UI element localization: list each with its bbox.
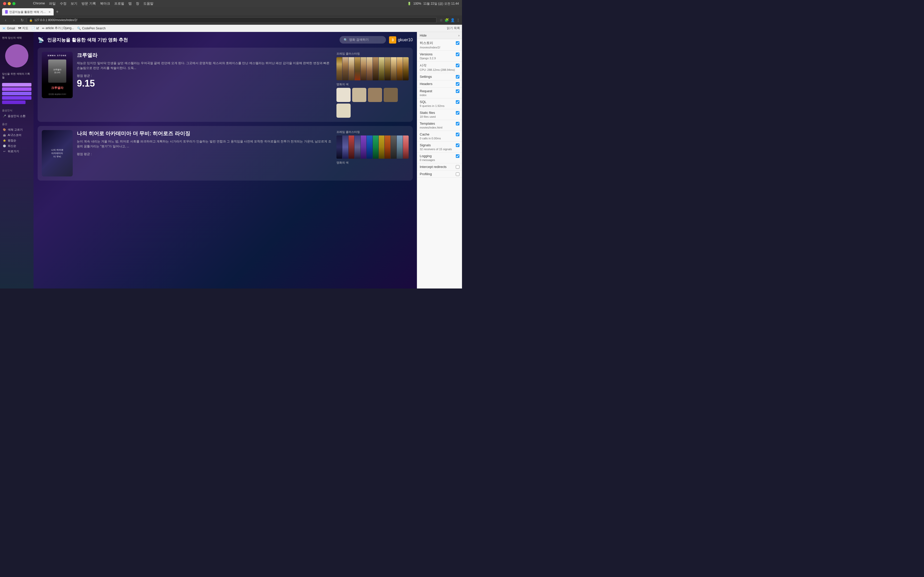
close-window-button[interactable] [3,2,6,5]
voice-section: 음성인식 🎤 음성인식 소환 [2,109,31,119]
browser-frame: Chrome 파일 수정 보기 방문 기록 북마크 프로필 탭 창 도움말 🔋 … [0,0,462,288]
toolbar-item-profiling[interactable]: Profiling [417,171,462,178]
extensions-icon[interactable]: 🧩 [444,18,449,22]
movie-info-mha: 나의 히어로 아카데미아 더 무비: 히어로즈 라이징 눈이 계속 내리는 겨울… [77,130,332,176]
toolbar-item-history[interactable]: 히스토리 /movies/index/2/ [417,39,462,51]
forward-button[interactable]: › [10,17,18,23]
active-tab[interactable]: 인공지능을 활용한 색채 기반 영화 추천 ✕ [2,8,53,15]
toolbar-static-checkbox[interactable] [456,111,459,114]
menu-file[interactable]: 파일 [49,1,56,6]
toolbar-item-time[interactable]: 시각 CPU: 288.12ms (288.94ms) [417,61,462,73]
menu-history[interactable]: 방문 기록 [81,1,96,6]
clock-icon: 🕒 [3,144,6,148]
color-pick-option[interactable]: 🎨 색채 고르기 [2,127,31,132]
menu-view[interactable]: 보기 [71,1,78,6]
maps-icon: 🗺 [18,27,21,30]
back-button[interactable]: ‹ [2,17,9,23]
toolbar-item-sql[interactable]: SQL 9 queries in 1.92ms [417,98,462,109]
color-bar-2 [2,87,31,91]
bookmark-codepen[interactable]: 🔍 CodePen Search [77,27,105,30]
toolbar-templates-checkbox[interactable] [456,122,459,126]
toolbar-item-headers[interactable]: Headers [417,81,462,88]
rating-sort-option[interactable]: ⭐ 평점순 [2,138,31,143]
toolbar-item-static-files[interactable]: Static files 18 files used [417,109,462,120]
toolbar-headers-header: Headers [420,82,459,86]
microphone-icon: 🎤 [3,114,6,118]
reading-list[interactable]: 읽기 목록 [447,26,460,31]
menu-tab[interactable]: 탭 [128,1,132,6]
toolbar-headers-checkbox[interactable] [456,82,459,86]
toolbar-item-logging[interactable]: Logging 0 messages [417,153,462,163]
search-bar[interactable]: 🔍 영화 검색하기 [339,36,386,44]
rating-sort-label: 평점순 [8,139,16,142]
movie-title-mha: 나의 히어로 아카데미아 더 무비: 히어로즈 라이징 [77,130,332,137]
toolbar-versions-checkbox[interactable] [456,53,459,56]
toolbar-item-versions[interactable]: Versions Django 3.2.9 [417,51,462,61]
swatch-4 [384,88,398,102]
toolbar-hide-button[interactable]: Hide [420,34,426,37]
toolbar-history-checkbox[interactable] [456,41,459,45]
voice-summon-button[interactable]: 🎤 음성인식 소환 [2,113,31,119]
toolbar-time-header: 시각 [420,63,459,68]
movie-poster-cruella: EMMA STONE 크루엘라포스터 크루엘라 잔인한 세상에서 이어! [42,52,73,98]
toolbar-request-sub: index [420,93,459,97]
menu-help[interactable]: 도움말 [143,1,153,6]
back-icon: ↩ [3,150,6,153]
toolbar-intercept-checkbox[interactable] [456,165,459,169]
toolbar-time-checkbox[interactable] [456,64,459,67]
profile-icon[interactable]: 👤 [451,18,455,22]
toolbar-header: Hide › [417,32,462,39]
toolbar-cache-checkbox[interactable] [456,133,459,136]
toolbar-profiling-checkbox[interactable] [456,172,459,176]
toolbar-signals-checkbox[interactable] [456,143,459,147]
color-bar-1 [2,83,31,87]
url-text: 127.0.0.1:8000/movies/index/2/ [34,18,78,22]
menu-bookmarks[interactable]: 북마크 [100,1,110,6]
toolbar-item-settings[interactable]: Settings [417,73,462,81]
page-title: 인공지능을 활용한 색채 기반 영화 추천 [47,37,128,43]
toolbar-item-signals[interactable]: Signals 32 receivers of 15 signals [417,142,462,153]
menu-chrome[interactable]: Chrome [33,1,45,6]
movie-info-cruella: 크루엘라 재능은 있지만 밑바닥 인생을 살던 에스텔라는 우여곡절 끝에 런던… [77,52,332,118]
menu-window[interactable]: 창 [136,1,139,6]
palette-icon: 🎨 [3,128,6,132]
ai-zscore-option[interactable]: 🤖 AI Z스코어 [2,132,31,138]
toolbar-sql-checkbox[interactable] [456,100,459,104]
toolbar-request-checkbox[interactable] [456,89,459,93]
nav-bar: ‹ › ↻ 🔒 127.0.0.1:8000/movies/index/2/ ☆… [0,15,462,25]
toolbar-item-intercept[interactable]: Intercept redirects [417,163,462,171]
toolbar-cache-header: Cache [420,132,459,136]
datetime: 11월 22일 (금) 오전 11:44 [423,2,459,6]
bookmark-star-icon[interactable]: ☆ [439,18,443,22]
fullscreen-window-button[interactable] [12,2,16,5]
bookmark-kf[interactable]: 📄 kf [31,27,39,30]
reload-button[interactable]: ↻ [19,17,26,23]
toolbar-logging-checkbox[interactable] [456,154,459,158]
kf-icon: 📄 [31,27,36,30]
tab-bar: 인공지능을 활용한 색채 기반 영화 추천 ✕ + [0,7,462,15]
color-bar-5 [2,100,26,104]
minimize-window-button[interactable] [8,2,11,5]
recent-sort-option[interactable]: 🕒 최신순 [2,143,31,148]
toolbar-settings-checkbox[interactable] [456,75,459,79]
address-bar[interactable]: 🔒 127.0.0.1:8000/movies/index/2/ [27,17,436,23]
tab-close-button[interactable]: ✕ [48,11,50,13]
menu-dots-icon[interactable]: ⋮ [456,18,460,22]
toolbar-item-cache[interactable]: Cache 0 calls in 0.00ms [417,131,462,142]
antenna-icon: 📡 [38,37,44,43]
bookmark-kf-label: kf [36,27,39,30]
toolbar-item-request[interactable]: Request index [417,88,462,98]
toolbar-time-title: 시각 [420,63,426,68]
menu-profiles[interactable]: 프로필 [114,1,124,6]
new-tab-button[interactable]: + [53,8,61,15]
main-content: 현재 당신의 색채 당신을 위한 색채의 기록들 음성인식 🎤 음성인식 소환 [0,32,462,288]
menu-edit[interactable]: 수정 [60,1,66,6]
toolbar-static-header: Static files [420,111,459,114]
search-icon: 🔍 [344,38,347,42]
bookmark-gmail[interactable]: 📧 Gmail [2,27,15,30]
bookmark-maps[interactable]: 🗺 지도 [18,26,28,31]
bookmark-article[interactable]: ✏ article 추가 | Djang... [42,26,74,31]
toolbar-item-templates[interactable]: Templates movies/index.html [417,120,462,131]
toolbar-intercept-header: Intercept redirects [420,165,459,169]
back-option[interactable]: ↩ 뒤로가기 [2,148,31,154]
